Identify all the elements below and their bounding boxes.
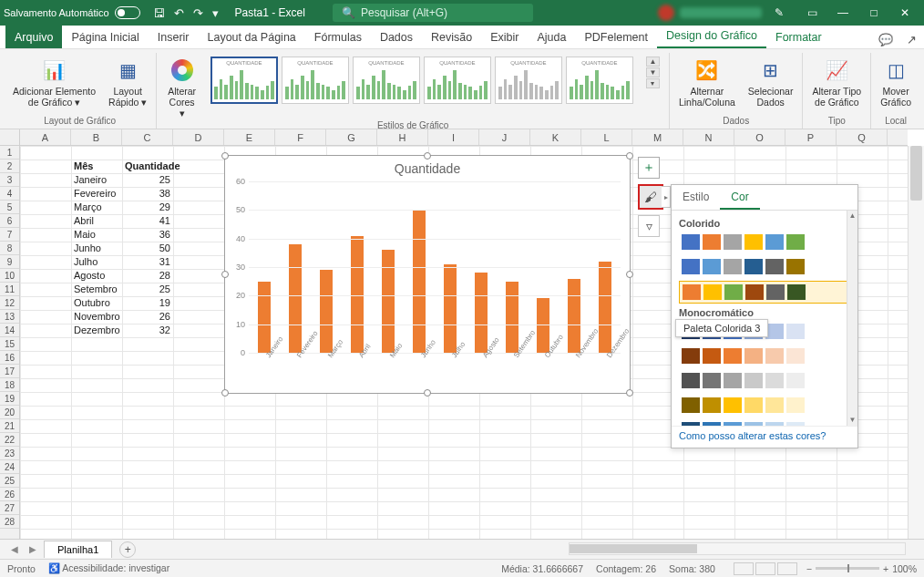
row-header[interactable]: 3 [0, 173, 19, 187]
column-header[interactable]: E [224, 129, 275, 145]
chart-bar[interactable] [475, 273, 488, 353]
user-account[interactable] [658, 5, 762, 21]
cell[interactable]: 19 [122, 296, 173, 309]
maximize-button[interactable]: □ [858, 0, 889, 26]
chart-bar[interactable] [444, 264, 457, 353]
chart-bar[interactable] [537, 298, 549, 353]
cell[interactable]: 50 [122, 242, 173, 254]
column-header[interactable]: D [173, 129, 224, 145]
zoom-value[interactable]: 100% [892, 563, 917, 574]
cell[interactable]: Fevereiro [71, 187, 122, 200]
chart-bar[interactable] [568, 279, 580, 353]
zoom-out-icon[interactable]: − [806, 563, 812, 574]
status-accessibility[interactable]: ♿ Acessibilidade: investigar [48, 562, 169, 574]
close-button[interactable]: ✕ [889, 0, 920, 26]
color-palette-row[interactable] [679, 232, 850, 252]
row-header[interactable]: 16 [0, 351, 19, 365]
row-header[interactable]: 2 [0, 160, 19, 173]
horizontal-scrollbar[interactable] [569, 542, 906, 555]
chart-bar[interactable] [320, 270, 333, 353]
autosave-toggle[interactable]: Salvamento Automático [4, 6, 140, 19]
tab-help[interactable]: Ajuda [528, 26, 575, 48]
cell[interactable]: 26 [122, 310, 173, 323]
row-header[interactable]: 22 [0, 433, 19, 447]
cell[interactable]: Mês [71, 160, 122, 172]
cell[interactable]: 29 [122, 201, 173, 213]
cell[interactable]: 31 [122, 255, 173, 268]
row-header[interactable]: 4 [0, 187, 19, 201]
row-header[interactable]: 10 [0, 269, 19, 283]
cell[interactable]: 32 [122, 324, 173, 336]
undo-icon[interactable]: ↶ [174, 6, 184, 20]
scroll-down-icon[interactable]: ▼ [847, 415, 857, 426]
cell[interactable]: Abril [71, 214, 122, 227]
cell[interactable]: Quantidade [122, 160, 173, 172]
chart-style-thumb[interactable]: QUANTIDADE [210, 57, 278, 104]
zoom-control[interactable]: − + 100% [806, 563, 917, 574]
chart-style-thumb[interactable]: QUANTIDADE [424, 57, 491, 104]
column-header[interactable]: G [326, 129, 377, 145]
row-header[interactable]: 23 [0, 447, 19, 460]
row-headers[interactable]: 1234567891011121314151617181920212223242… [0, 146, 20, 539]
add-sheet-button[interactable]: + [119, 541, 136, 558]
row-header[interactable]: 9 [0, 255, 19, 269]
color-palette-row[interactable] [679, 256, 850, 277]
row-header[interactable]: 7 [0, 228, 19, 242]
column-header[interactable]: L [581, 129, 632, 145]
column-header[interactable]: O [734, 129, 785, 145]
row-header[interactable]: 15 [0, 337, 19, 351]
column-header[interactable]: M [632, 129, 683, 145]
scroll-up-icon[interactable]: ▲ [847, 211, 857, 222]
cell[interactable]: 41 [122, 214, 173, 227]
tab-format[interactable]: Formatar [766, 26, 831, 48]
search-box[interactable]: 🔍 Pesquisar (Alt+G) [333, 4, 533, 22]
change-chart-type-button[interactable]: 📈 Alterar Tipo de Gráfico [812, 57, 861, 108]
sheet-nav-prev[interactable]: ◀ [7, 544, 22, 554]
quick-layout-button[interactable]: ▦ Layout Rápido ▾ [108, 57, 147, 108]
color-palette-row[interactable] [679, 345, 850, 366]
tab-review[interactable]: Revisão [422, 26, 481, 48]
tab-formulas[interactable]: Fórmulas [305, 26, 371, 48]
row-header[interactable]: 17 [0, 365, 19, 378]
row-header[interactable]: 20 [0, 406, 19, 419]
chart-bar[interactable] [382, 250, 395, 353]
pane-tab-style[interactable]: Estilo [672, 185, 720, 210]
minimize-button[interactable]: — [827, 0, 858, 26]
gallery-down-icon[interactable]: ▼ [646, 67, 660, 77]
row-header[interactable]: 24 [0, 460, 19, 474]
pane-scrollbar[interactable]: ▲ ▼ [847, 211, 857, 426]
color-palette-row[interactable] [679, 281, 850, 304]
cell[interactable]: Novembro [71, 310, 122, 323]
tab-file[interactable]: Arquivo [5, 25, 62, 48]
column-headers[interactable]: ABCDEFGHIJKLMNOPQ [20, 129, 908, 146]
redo-icon[interactable]: ↷ [193, 6, 203, 20]
chart-style-thumb[interactable]: QUANTIDADE [495, 57, 562, 104]
cell[interactable]: 28 [122, 269, 173, 282]
chart-bar[interactable] [258, 282, 271, 353]
move-chart-button[interactable]: ◫ Mover Gráfico [880, 57, 911, 108]
cell[interactable]: Dezembro [71, 324, 122, 336]
cell[interactable]: 25 [122, 173, 173, 186]
tab-home[interactable]: Página Inicial [62, 26, 148, 48]
column-header[interactable]: F [275, 129, 326, 145]
tab-insert[interactable]: Inserir [149, 26, 199, 48]
cell[interactable]: Junho [71, 242, 122, 254]
row-header[interactable]: 27 [0, 501, 19, 515]
cell[interactable]: 38 [122, 187, 173, 200]
cell[interactable]: Setembro [71, 283, 122, 295]
switch-row-column-button[interactable]: 🔀 Alternar Linha/Coluna [679, 57, 735, 108]
row-header[interactable]: 13 [0, 310, 19, 324]
row-header[interactable]: 21 [0, 419, 19, 433]
view-normal-button[interactable] [734, 562, 754, 575]
column-header[interactable]: N [683, 129, 734, 145]
chart-bar[interactable] [506, 282, 518, 353]
worksheet[interactable]: ABCDEFGHIJKLMNOPQ 1234567891011121314151… [0, 129, 924, 539]
chart-filters-button[interactable]: ▿ [638, 215, 660, 237]
cell[interactable]: Maio [71, 228, 122, 241]
chart-bar[interactable] [289, 244, 302, 353]
chart-object[interactable]: Quantidade 0102030405060 JaneiroFevereir… [224, 155, 631, 394]
row-header[interactable]: 18 [0, 378, 19, 392]
cell[interactable]: Julho [71, 255, 122, 268]
change-colors-button[interactable]: Alterar Cores ▾ [166, 57, 198, 118]
save-icon[interactable]: 🖫 [153, 6, 165, 20]
